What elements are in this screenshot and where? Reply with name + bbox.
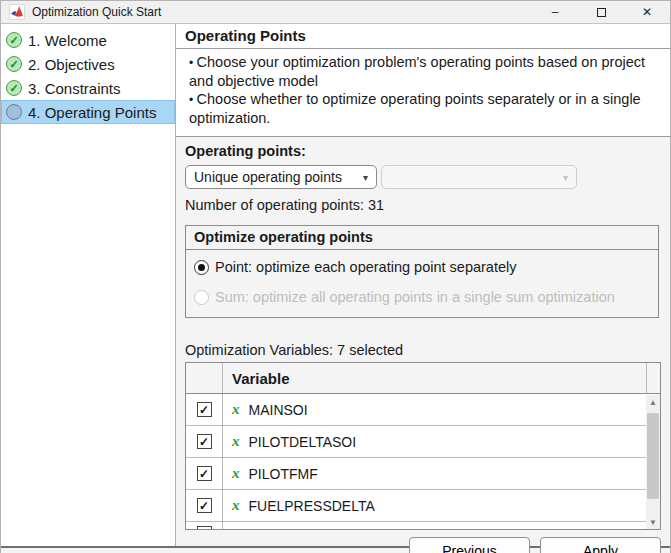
operating-points-dropdown-row: Unique operating points ▾ ▾ (185, 165, 661, 189)
step-complete-icon: ✓ (6, 80, 22, 96)
row-checkbox[interactable]: ✓ (197, 466, 212, 481)
chevron-down-icon: ▾ (563, 172, 568, 183)
scrollbar-track[interactable] (646, 409, 660, 515)
scroll-up-icon[interactable]: ▲ (646, 395, 660, 409)
radio-sum-row[interactable]: Sum: optimize all operating points in a … (194, 289, 650, 305)
step-complete-icon: ✓ (6, 56, 22, 72)
variable-column-header: Variable (223, 363, 646, 393)
minimize-button[interactable]: – (532, 1, 578, 23)
sidebar-item-label: 2. Objectives (28, 56, 115, 73)
operating-points-count: Number of operating points: 31 (185, 197, 661, 215)
table-row-partial[interactable] (186, 522, 660, 530)
titlebar: Optimization Quick Start – ✕ (1, 1, 670, 24)
page-title: Operating Points (176, 24, 670, 49)
apply-button[interactable]: Apply (540, 537, 661, 553)
sidebar-item-constraints[interactable]: ✓ 3. Constraints (1, 76, 175, 100)
table-row[interactable]: ✓ xFUELPRESSDELTA (186, 490, 660, 522)
maximize-button[interactable] (578, 1, 624, 23)
row-checkbox[interactable]: ✓ (197, 498, 212, 513)
content-area: Operating points: Unique operating point… (176, 137, 670, 553)
checkbox-column-header (186, 363, 223, 393)
radio-unselected-icon[interactable] (194, 290, 209, 305)
variable-name: MAINSOI (249, 402, 308, 418)
sidebar-item-label: 3. Constraints (28, 80, 121, 97)
variable-x-icon: x (232, 433, 240, 450)
steps-sidebar: ✓ 1. Welcome ✓ 2. Objectives ✓ 3. Constr… (1, 24, 176, 546)
row-checkbox[interactable] (197, 526, 212, 531)
optimization-variables-label: Optimization Variables: 7 selected (185, 342, 661, 360)
sidebar-item-label: 1. Welcome (28, 32, 107, 49)
close-button[interactable]: ✕ (624, 1, 670, 23)
scrollbar-thumb[interactable] (647, 413, 659, 499)
previous-button[interactable]: Previous (409, 537, 530, 553)
description-bullet: Choose your optimization problem's opera… (185, 53, 661, 90)
operating-points-label: Operating points: (185, 143, 661, 161)
radio-sum-label: Sum: optimize all operating points in a … (215, 289, 615, 305)
sidebar-item-operating-points[interactable]: ● 4. Operating Points (1, 100, 175, 124)
sidebar-item-label: 4. Operating Points (28, 104, 156, 121)
step-complete-icon: ✓ (6, 32, 22, 48)
scrollbar-column-header (646, 363, 660, 393)
operating-points-dropdown[interactable]: Unique operating points ▾ (185, 165, 377, 189)
variable-name: FUELPRESSDELTA (249, 498, 375, 514)
table-row[interactable]: ✓ xMAINSOI (186, 394, 660, 426)
sidebar-item-objectives[interactable]: ✓ 2. Objectives (1, 52, 175, 76)
optimization-quick-start-window: Optimization Quick Start – ✕ ✓ 1. Welcom… (0, 0, 671, 553)
variable-name: PILOTDELTASOI (249, 434, 357, 450)
step-current-icon: ● (6, 104, 22, 120)
main-panel: Operating Points Choose your optimizatio… (176, 24, 670, 546)
table-header-row: Variable (186, 363, 660, 394)
matlab-icon (9, 4, 25, 20)
dropdown-value: Unique operating points (194, 169, 342, 185)
row-checkbox[interactable]: ✓ (197, 402, 212, 417)
secondary-dropdown-disabled[interactable]: ▾ (381, 165, 577, 189)
row-checkbox[interactable]: ✓ (197, 434, 212, 449)
window-title: Optimization Quick Start (32, 5, 532, 19)
groupbox-title: Optimize operating points (186, 226, 658, 250)
chevron-down-icon: ▾ (363, 172, 368, 183)
variable-x-icon: x (232, 465, 240, 482)
optimize-operating-points-group: Optimize operating points Point: optimiz… (185, 225, 659, 318)
table-row[interactable]: ✓ xPILOTFMF (186, 458, 660, 490)
variable-name: PILOTFMF (249, 466, 318, 482)
variable-x-icon: x (232, 401, 240, 418)
radio-point-label: Point: optimize each operating point sep… (215, 259, 516, 275)
window-controls: – ✕ (532, 1, 670, 23)
scroll-down-icon[interactable]: ▼ (646, 515, 660, 529)
footer-buttons: Previous Apply (185, 537, 661, 553)
maximize-icon (597, 8, 606, 17)
description-bullet: Choose whether to optimize operating poi… (185, 90, 661, 127)
variables-table: Variable ✓ xMAINSOI ✓ xPILOTDELTASOI ✓ x… (185, 362, 661, 530)
page-description: Choose your optimization problem's opera… (176, 49, 670, 137)
radio-selected-icon[interactable] (194, 260, 209, 275)
groupbox-body: Point: optimize each operating point sep… (186, 250, 658, 317)
table-row[interactable]: ✓ xPILOTDELTASOI (186, 426, 660, 458)
variable-x-icon: x (232, 497, 240, 514)
table-scrollbar[interactable]: ▲ ▼ (646, 395, 660, 529)
radio-point-row[interactable]: Point: optimize each operating point sep… (194, 259, 650, 275)
sidebar-item-welcome[interactable]: ✓ 1. Welcome (1, 28, 175, 52)
